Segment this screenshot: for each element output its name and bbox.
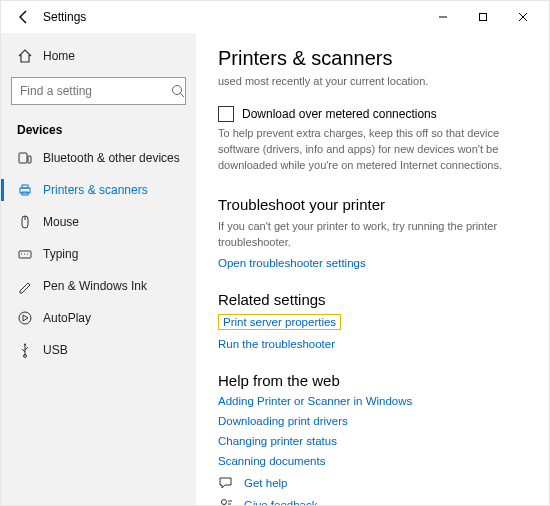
sidebar-item-label: Bluetooth & other devices — [43, 151, 180, 165]
sidebar-item-label: USB — [43, 343, 68, 357]
svg-point-17 — [19, 312, 31, 324]
svg-point-21 — [222, 499, 227, 504]
pen-icon — [17, 278, 33, 294]
sidebar-item-pen[interactable]: Pen & Windows Ink — [11, 271, 186, 301]
sidebar-section-title: Devices — [11, 113, 186, 141]
devices-icon — [17, 150, 33, 166]
chat-help-icon — [218, 475, 234, 491]
svg-rect-6 — [19, 153, 27, 163]
maximize-button[interactable] — [463, 3, 503, 31]
sidebar: Home Devices Bluetooth & other devices P… — [1, 33, 196, 505]
home-icon — [17, 48, 33, 64]
home-label: Home — [43, 49, 75, 63]
sidebar-item-label: Pen & Windows Ink — [43, 279, 147, 293]
sidebar-item-label: Typing — [43, 247, 78, 261]
default-printer-note: used most recently at your current locat… — [218, 74, 527, 88]
printer-icon — [17, 182, 33, 198]
autoplay-icon — [17, 310, 33, 326]
sidebar-item-mouse[interactable]: Mouse — [11, 207, 186, 237]
get-help-link[interactable]: Get help — [244, 477, 287, 489]
run-troubleshooter-link[interactable]: Run the troubleshooter — [218, 338, 527, 350]
sidebar-item-label: AutoPlay — [43, 311, 91, 325]
help-link[interactable]: Downloading print drivers — [218, 415, 527, 427]
help-link[interactable]: Adding Printer or Scanner in Windows — [218, 395, 527, 407]
usb-icon — [17, 342, 33, 358]
sidebar-item-label: Mouse — [43, 215, 79, 229]
minimize-button[interactable] — [423, 3, 463, 31]
print-server-properties-link[interactable]: Print server properties — [223, 316, 336, 328]
window-controls — [423, 3, 543, 31]
mouse-icon — [17, 214, 33, 230]
arrow-left-icon — [16, 9, 32, 25]
metered-help-text: To help prevent extra charges, keep this… — [218, 126, 508, 174]
page-title: Printers & scanners — [218, 47, 527, 70]
metered-checkbox-label: Download over metered connections — [242, 107, 437, 121]
troubleshoot-heading: Troubleshoot your printer — [218, 196, 527, 213]
close-button[interactable] — [503, 3, 543, 31]
sidebar-item-printers[interactable]: Printers & scanners — [11, 175, 186, 205]
svg-point-19 — [24, 344, 26, 346]
help-from-web-heading: Help from the web — [218, 372, 527, 389]
svg-rect-9 — [22, 185, 28, 188]
home-button[interactable]: Home — [11, 41, 186, 71]
svg-line-5 — [181, 94, 185, 98]
give-feedback-link[interactable]: Give feedback — [244, 499, 318, 505]
feedback-icon — [218, 497, 234, 505]
svg-rect-1 — [480, 14, 487, 21]
sidebar-item-autoplay[interactable]: AutoPlay — [11, 303, 186, 333]
main-container: Home Devices Bluetooth & other devices P… — [1, 33, 549, 505]
search-box[interactable] — [11, 77, 186, 105]
sidebar-item-label: Printers & scanners — [43, 183, 148, 197]
back-button[interactable] — [11, 4, 37, 30]
titlebar: Settings — [1, 1, 549, 33]
search-icon — [170, 83, 186, 99]
highlighted-link: Print server properties — [218, 314, 341, 330]
svg-point-4 — [173, 86, 182, 95]
sidebar-item-typing[interactable]: Typing — [11, 239, 186, 269]
give-feedback-row[interactable]: Give feedback — [218, 497, 527, 505]
help-link[interactable]: Scanning documents — [218, 455, 527, 467]
maximize-icon — [478, 12, 488, 22]
open-troubleshooter-link[interactable]: Open troubleshooter settings — [218, 257, 527, 269]
minimize-icon — [438, 12, 448, 22]
help-link[interactable]: Changing printer status — [218, 435, 527, 447]
metered-checkbox-row[interactable]: Download over metered connections — [218, 106, 527, 122]
sidebar-item-usb[interactable]: USB — [11, 335, 186, 365]
checkbox-icon[interactable] — [218, 106, 234, 122]
troubleshoot-note: If you can't get your printer to work, t… — [218, 219, 527, 251]
close-icon — [518, 12, 528, 22]
sidebar-item-bluetooth[interactable]: Bluetooth & other devices — [11, 143, 186, 173]
svg-rect-7 — [28, 156, 31, 163]
keyboard-icon — [17, 246, 33, 262]
main-content: Printers & scanners used most recently a… — [196, 33, 549, 505]
related-settings-heading: Related settings — [218, 291, 527, 308]
window-title: Settings — [43, 10, 423, 24]
get-help-row[interactable]: Get help — [218, 475, 527, 491]
search-input[interactable] — [20, 84, 170, 98]
